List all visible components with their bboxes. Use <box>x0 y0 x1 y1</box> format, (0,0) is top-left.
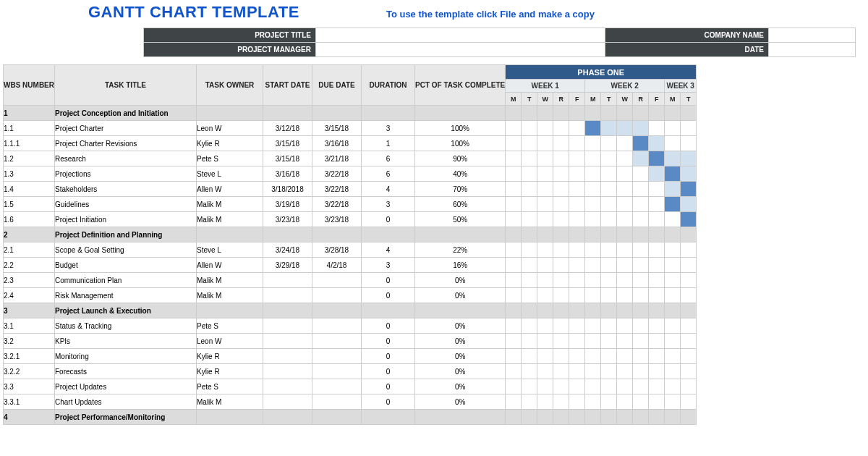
project-title-input[interactable] <box>316 28 605 43</box>
gantt-cell[interactable] <box>681 106 697 121</box>
table-row[interactable]: 4Project Performance/Monitoring <box>4 410 697 425</box>
gantt-cell[interactable] <box>649 227 665 242</box>
gantt-cell[interactable] <box>681 212 697 227</box>
gantt-cell[interactable] <box>569 242 585 258</box>
gantt-cell[interactable] <box>665 166 681 182</box>
title-cell[interactable]: Budget <box>55 258 197 273</box>
gantt-cell[interactable] <box>569 197 585 212</box>
gantt-cell[interactable] <box>617 410 633 425</box>
gantt-cell[interactable] <box>601 410 617 425</box>
owner-cell[interactable]: Leon W <box>197 334 263 349</box>
duration-cell[interactable]: 0 <box>362 349 415 364</box>
gantt-cell[interactable] <box>585 242 601 258</box>
duration-cell[interactable]: 0 <box>362 394 415 410</box>
gantt-cell[interactable] <box>649 121 665 136</box>
gantt-cell[interactable] <box>537 364 553 379</box>
table-row[interactable]: 1.5GuidelinesMalik M3/19/183/22/18360% <box>4 197 697 212</box>
owner-cell[interactable]: Malik M <box>197 288 263 303</box>
gantt-cell[interactable] <box>506 379 522 394</box>
gantt-cell[interactable] <box>537 394 553 410</box>
gantt-cell[interactable] <box>681 318 697 334</box>
gantt-cell[interactable] <box>665 182 681 197</box>
gantt-cell[interactable] <box>506 182 522 197</box>
gantt-cell[interactable] <box>506 273 522 288</box>
owner-cell[interactable]: Allen W <box>197 182 263 197</box>
due-cell[interactable]: 3/28/18 <box>312 242 362 258</box>
gantt-cell[interactable] <box>569 212 585 227</box>
gantt-cell[interactable] <box>506 166 522 182</box>
wbs-cell[interactable]: 1.3 <box>4 166 55 182</box>
gantt-cell[interactable] <box>633 166 649 182</box>
wbs-cell[interactable]: 1 <box>4 106 55 121</box>
owner-cell[interactable]: Malik M <box>197 273 263 288</box>
gantt-cell[interactable] <box>537 410 553 425</box>
table-row[interactable]: 1.6Project InitiationMalik M3/23/183/23/… <box>4 212 697 227</box>
owner-cell[interactable]: Malik M <box>197 197 263 212</box>
gantt-cell[interactable] <box>601 273 617 288</box>
gantt-cell[interactable] <box>569 364 585 379</box>
gantt-cell[interactable] <box>601 151 617 166</box>
gantt-cell[interactable] <box>633 151 649 166</box>
gantt-cell[interactable] <box>553 182 569 197</box>
gantt-cell[interactable] <box>649 288 665 303</box>
gantt-cell[interactable] <box>569 273 585 288</box>
wbs-cell[interactable]: 1.1.1 <box>4 136 55 151</box>
gantt-cell[interactable] <box>665 212 681 227</box>
due-cell[interactable] <box>312 227 362 242</box>
pct-cell[interactable]: 0% <box>415 349 506 364</box>
gantt-cell[interactable] <box>649 242 665 258</box>
wbs-cell[interactable]: 3.2 <box>4 334 55 349</box>
table-row[interactable]: 3.3.1Chart UpdatesMalik M00% <box>4 394 697 410</box>
pct-cell[interactable]: 100% <box>415 136 506 151</box>
owner-cell[interactable]: Malik M <box>197 212 263 227</box>
start-cell[interactable] <box>263 410 312 425</box>
gantt-cell[interactable] <box>665 288 681 303</box>
gantt-cell[interactable] <box>569 288 585 303</box>
gantt-cell[interactable] <box>633 182 649 197</box>
pct-cell[interactable]: 0% <box>415 288 506 303</box>
pct-cell[interactable]: 70% <box>415 182 506 197</box>
gantt-cell[interactable] <box>681 182 697 197</box>
gantt-cell[interactable] <box>601 242 617 258</box>
title-cell[interactable]: Project Updates <box>55 379 197 394</box>
gantt-cell[interactable] <box>617 334 633 349</box>
gantt-cell[interactable] <box>585 273 601 288</box>
gantt-cell[interactable] <box>537 273 553 288</box>
due-cell[interactable]: 3/15/18 <box>312 121 362 136</box>
gantt-cell[interactable] <box>681 227 697 242</box>
gantt-cell[interactable] <box>633 318 649 334</box>
wbs-cell[interactable]: 3.1 <box>4 318 55 334</box>
title-cell[interactable]: Chart Updates <box>55 394 197 410</box>
gantt-cell[interactable] <box>585 334 601 349</box>
pct-cell[interactable] <box>415 303 506 318</box>
gantt-cell[interactable] <box>617 151 633 166</box>
duration-cell[interactable]: 6 <box>362 151 415 166</box>
gantt-cell[interactable] <box>617 379 633 394</box>
table-row[interactable]: 1.1Project CharterLeon W3/12/183/15/1831… <box>4 121 697 136</box>
due-cell[interactable] <box>312 410 362 425</box>
gantt-cell[interactable] <box>522 106 537 121</box>
gantt-cell[interactable] <box>522 273 537 288</box>
gantt-cell[interactable] <box>506 227 522 242</box>
start-cell[interactable]: 3/18/2018 <box>263 182 312 197</box>
table-row[interactable]: 1.1.1Project Charter RevisionsKylie R3/1… <box>4 136 697 151</box>
due-cell[interactable]: 3/22/18 <box>312 197 362 212</box>
duration-cell[interactable]: 0 <box>362 379 415 394</box>
gantt-cell[interactable] <box>617 121 633 136</box>
gantt-cell[interactable] <box>665 121 681 136</box>
gantt-cell[interactable] <box>649 106 665 121</box>
start-cell[interactable] <box>263 288 312 303</box>
gantt-cell[interactable] <box>665 394 681 410</box>
gantt-cell[interactable] <box>585 151 601 166</box>
gantt-cell[interactable] <box>633 197 649 212</box>
gantt-cell[interactable] <box>681 258 697 273</box>
gantt-cell[interactable] <box>649 349 665 364</box>
gantt-cell[interactable] <box>665 242 681 258</box>
gantt-cell[interactable] <box>665 197 681 212</box>
gantt-cell[interactable] <box>617 182 633 197</box>
duration-cell[interactable]: 3 <box>362 121 415 136</box>
gantt-cell[interactable] <box>681 242 697 258</box>
title-cell[interactable]: Project Charter <box>55 121 197 136</box>
gantt-cell[interactable] <box>522 364 537 379</box>
gantt-cell[interactable] <box>665 227 681 242</box>
